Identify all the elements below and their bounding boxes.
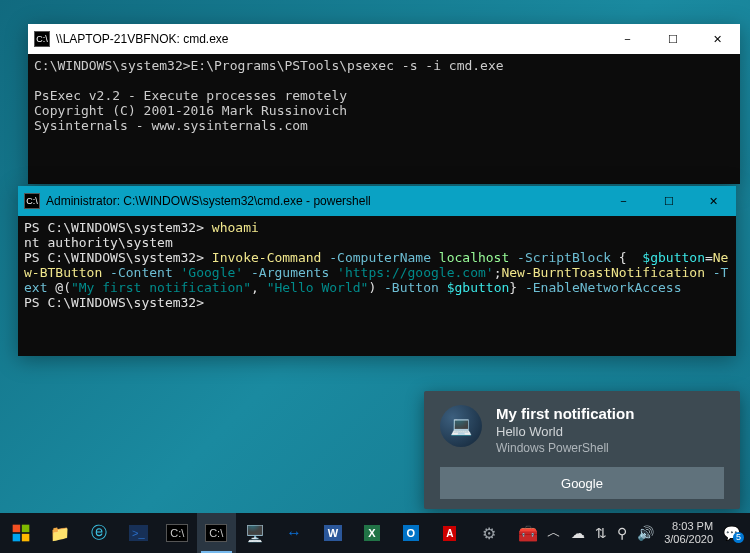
system-tray: ︿ ☁ ⇅ ⚲ 🔊 8:03 PM 3/06/2020 💬 5 bbox=[547, 513, 748, 553]
ps-param: -Button bbox=[384, 280, 447, 295]
tray-onedrive-icon[interactable]: ☁ bbox=[571, 525, 585, 541]
svg-rect-0 bbox=[13, 525, 21, 533]
teamviewer-icon: ↔ bbox=[286, 524, 302, 542]
toast-notification[interactable]: 💻 My first notification Hello World Wind… bbox=[424, 391, 740, 509]
cmd-close-button[interactable]: ✕ bbox=[695, 24, 740, 54]
cmd-console[interactable]: C:\WINDOWS\system32>E:\Programs\PSTools\… bbox=[28, 54, 740, 184]
taskbar: 📁 ⓔ >_ C:\ C:\ 🖥️ ↔ W X O A ⚙ 🧰 ︿ ☁ ⇅ ⚲ … bbox=[0, 513, 750, 553]
taskbar-cmd[interactable]: C:\ bbox=[158, 513, 197, 553]
tray-network-icon[interactable]: ⇅ bbox=[595, 525, 607, 541]
ps-console[interactable]: PS C:\WINDOWS\system32> whoami nt author… bbox=[18, 216, 736, 356]
excel-icon: X bbox=[364, 525, 379, 541]
tool-icon: 🧰 bbox=[518, 524, 538, 543]
taskbar-app-2[interactable]: 🧰 bbox=[508, 513, 547, 553]
tray-clock[interactable]: 8:03 PM 3/06/2020 bbox=[664, 520, 713, 546]
taskbar-app-1[interactable]: 🖥️ bbox=[236, 513, 275, 553]
ps-string: "My first notification" bbox=[71, 280, 251, 295]
taskbar-word[interactable]: W bbox=[314, 513, 353, 553]
tray-date: 3/06/2020 bbox=[664, 533, 713, 546]
taskbar-outlook[interactable]: O bbox=[391, 513, 430, 553]
ps-string: "Hello World" bbox=[267, 280, 369, 295]
cmd-minimize-button[interactable]: − bbox=[605, 24, 650, 54]
ps-output: nt authority\system bbox=[24, 235, 173, 250]
word-icon: W bbox=[324, 525, 342, 541]
toast-app-name: Windows PowerShell bbox=[496, 441, 634, 455]
ps-prompt: PS C:\WINDOWS\system32> bbox=[24, 250, 212, 265]
ps-param: -EnableNetworkAccess bbox=[525, 280, 682, 295]
ps-prompt: PS C:\WINDOWS\system32> bbox=[24, 295, 204, 310]
ps-brace: { bbox=[619, 250, 642, 265]
cmd-line: PsExec v2.2 - Execute processes remotely bbox=[34, 88, 347, 103]
cmd-titlebar[interactable]: C:\ \\LAPTOP-21VBFNOK: cmd.exe − ☐ ✕ bbox=[28, 24, 740, 54]
ps-prompt: PS C:\WINDOWS\system32> bbox=[24, 220, 212, 235]
ps-op: ) bbox=[368, 280, 384, 295]
edge-icon: ⓔ bbox=[91, 523, 107, 544]
pdf-icon: A bbox=[443, 526, 456, 541]
ps-titlebar[interactable]: C:\ Administrator: C:\WINDOWS\system32\c… bbox=[18, 186, 736, 216]
tray-wifi-icon[interactable]: ⚲ bbox=[617, 525, 627, 541]
powershell-window: C:\ Administrator: C:\WINDOWS\system32\c… bbox=[18, 186, 736, 356]
ps-brace: } bbox=[509, 280, 525, 295]
ps-op: @( bbox=[55, 280, 71, 295]
taskbar-powershell[interactable]: >_ bbox=[119, 513, 158, 553]
cmd-line: Copyright (C) 2001-2016 Mark Russinovich bbox=[34, 103, 347, 118]
ps-value: localhost bbox=[439, 250, 517, 265]
cmd-window: C:\ \\LAPTOP-21VBFNOK: cmd.exe − ☐ ✕ C:\… bbox=[28, 24, 740, 184]
ps-cmd: whoami bbox=[212, 220, 259, 235]
ps-maximize-button[interactable]: ☐ bbox=[646, 186, 691, 216]
tray-overflow-button[interactable]: ︿ bbox=[547, 524, 561, 542]
start-button[interactable] bbox=[2, 513, 41, 553]
outlook-icon: O bbox=[403, 525, 420, 541]
taskbar-cmd-running[interactable]: C:\ bbox=[197, 513, 236, 553]
svg-rect-1 bbox=[22, 525, 30, 533]
ps-cmdlet: Invoke-Command bbox=[212, 250, 329, 265]
cmd-icon: C:\ bbox=[166, 524, 188, 542]
folder-icon: 📁 bbox=[50, 524, 70, 543]
cmd-line: Sysinternals - www.sysinternals.com bbox=[34, 118, 308, 133]
ps-string: 'Google' bbox=[181, 265, 251, 280]
ps-close-button[interactable]: ✕ bbox=[691, 186, 736, 216]
toast-app-icon: 💻 bbox=[440, 405, 482, 447]
powershell-icon: >_ bbox=[129, 525, 148, 541]
gear-icon: ⚙ bbox=[482, 524, 496, 543]
svg-rect-3 bbox=[22, 534, 30, 542]
taskbar-edge[interactable]: ⓔ bbox=[80, 513, 119, 553]
toast-body: Hello World bbox=[496, 424, 634, 439]
taskbar-file-explorer[interactable]: 📁 bbox=[41, 513, 80, 553]
ps-var: $gbutton bbox=[447, 280, 510, 295]
ps-param: -Content bbox=[110, 265, 180, 280]
cmd-icon: C:\ bbox=[24, 193, 40, 209]
toast-action-button[interactable]: Google bbox=[440, 467, 724, 499]
ps-cmdlet: New-BurntToastNotification bbox=[501, 265, 712, 280]
cmd-icon: C:\ bbox=[205, 524, 227, 542]
notification-badge: 5 bbox=[733, 532, 744, 543]
taskbar-adobe[interactable]: A bbox=[430, 513, 469, 553]
cmd-line: C:\WINDOWS\system32>E:\Programs\PSTools\… bbox=[34, 58, 504, 73]
toast-heading: My first notification bbox=[496, 405, 634, 422]
cmd-maximize-button[interactable]: ☐ bbox=[650, 24, 695, 54]
ps-string: 'https://google.com' bbox=[337, 265, 494, 280]
svg-rect-2 bbox=[13, 534, 21, 542]
ps-param: -ComputerName bbox=[329, 250, 439, 265]
taskbar-teamviewer[interactable]: ↔ bbox=[275, 513, 314, 553]
tray-action-center[interactable]: 💬 5 bbox=[723, 525, 740, 541]
windows-logo-icon bbox=[11, 523, 31, 543]
ps-minimize-button[interactable]: − bbox=[601, 186, 646, 216]
monitor-icon: 🖥️ bbox=[245, 524, 265, 543]
tray-volume-icon[interactable]: 🔊 bbox=[637, 525, 654, 541]
tray-time: 8:03 PM bbox=[664, 520, 713, 533]
ps-op: = bbox=[705, 250, 713, 265]
ps-var: $gbutton bbox=[642, 250, 705, 265]
taskbar-excel[interactable]: X bbox=[352, 513, 391, 553]
ps-param: -ScriptBlock bbox=[517, 250, 619, 265]
taskbar-settings[interactable]: ⚙ bbox=[469, 513, 508, 553]
ps-param: -Arguments bbox=[251, 265, 337, 280]
ps-op: , bbox=[251, 280, 267, 295]
cmd-icon: C:\ bbox=[34, 31, 50, 47]
